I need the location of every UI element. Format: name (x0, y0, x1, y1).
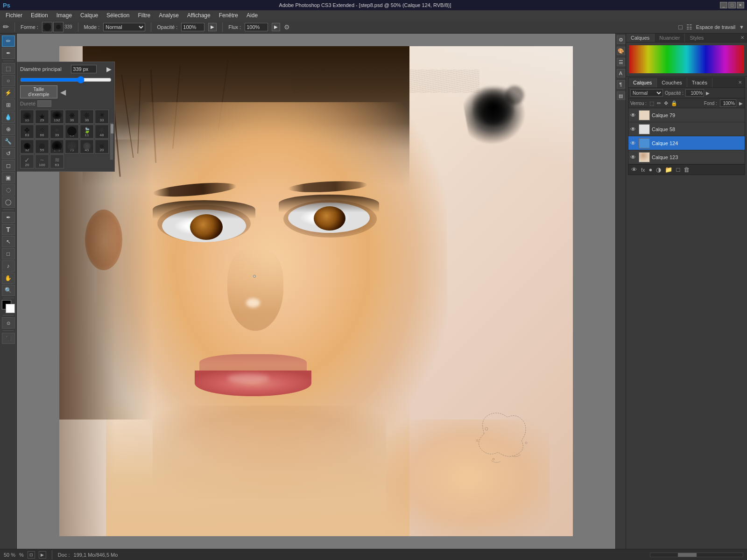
brush-swatch-9[interactable]: 63 (65, 125, 79, 139)
brush-example-button[interactable]: Taille d'exemple (20, 85, 57, 98)
layer-opacite-input[interactable] (685, 89, 704, 97)
menu-filtre[interactable]: Filtre (134, 11, 154, 20)
fit-screen-button[interactable]: ⊡ (28, 551, 35, 559)
crop-tool-button[interactable]: ⊞ (2, 99, 15, 111)
airbrush-icon[interactable]: ⚙ (284, 23, 290, 31)
menu-selection[interactable]: Sélection (103, 11, 133, 20)
zoom-tool-button[interactable]: 🔍 (2, 285, 15, 296)
lasso-tool-button[interactable]: ○ (2, 75, 15, 86)
window-controls[interactable]: _ □ ✕ (720, 2, 744, 8)
layer-58-visibility-icon[interactable]: 👁 (630, 126, 637, 133)
background-color[interactable] (6, 304, 15, 313)
maximize-button[interactable]: □ (728, 2, 736, 8)
brush-swatch-15[interactable]: 75 (65, 140, 79, 154)
magic-wand-button[interactable]: ⚡ (2, 87, 15, 98)
pencil-tool-button[interactable]: ✒ (2, 48, 15, 59)
panel-icon-1[interactable]: ⚙ (617, 35, 625, 44)
layer-blend-mode-select[interactable]: Normal Produit (630, 89, 663, 97)
menu-image[interactable]: Image (53, 11, 76, 20)
brush-swatch-4[interactable]: ❊ 36 (80, 110, 94, 124)
minimize-button[interactable]: _ (720, 2, 727, 8)
tab-couleur[interactable]: Calques (626, 34, 655, 42)
path-select-button[interactable]: ↖ (2, 236, 15, 247)
panel-expand-arrow[interactable]: ◀ (60, 88, 66, 97)
history-brush-button[interactable]: ↺ (2, 148, 15, 159)
horizontal-scrollbar[interactable] (650, 553, 743, 557)
lock-position-icon[interactable]: ✥ (664, 100, 668, 106)
menu-edition[interactable]: Edition (27, 11, 52, 20)
menu-analyse[interactable]: Analyse (155, 11, 183, 20)
brush-shape-2[interactable] (53, 22, 63, 32)
layer-effects-button[interactable]: fx (640, 167, 646, 173)
brush-swatch-12[interactable]: 32 (20, 140, 34, 154)
brush-swatch-17[interactable]: 20 (95, 140, 109, 154)
adjustment-button[interactable]: ◑ (655, 166, 662, 173)
flux-input[interactable] (245, 23, 268, 31)
menu-calque[interactable]: Calque (77, 11, 102, 20)
lock-pixels-icon[interactable]: ✏ (657, 100, 661, 106)
layer-123-visibility-icon[interactable]: 👁 (630, 154, 637, 161)
brush-tool-button[interactable]: ✏ (2, 35, 15, 47)
fond-arrow[interactable]: ▶ (739, 101, 743, 106)
brush-swatch-10[interactable]: 🍃 11 (80, 125, 94, 139)
brush-swatch-5[interactable]: ✳ 33 (95, 110, 109, 124)
opacite-input[interactable] (181, 23, 204, 31)
tab-couches[interactable]: Couches (657, 78, 687, 87)
brush-swatch-1[interactable]: ★ 29 (35, 110, 49, 124)
layer-opacite-arrow[interactable]: ▶ (706, 91, 710, 96)
brush-size-input[interactable] (71, 65, 97, 73)
type-tool-button[interactable]: T (2, 224, 15, 235)
brush-expand-icon[interactable]: ▶ (106, 65, 112, 73)
pen-tool-button[interactable]: ✒ (2, 212, 15, 223)
blur-button[interactable]: ◌ (2, 184, 15, 196)
brush-swatch-13[interactable]: 55 (35, 140, 49, 154)
panel-icon-4[interactable]: A (617, 69, 625, 77)
tab-traces[interactable]: Tracés (687, 78, 712, 87)
dodge-button[interactable]: ◯ (2, 196, 15, 208)
brush-swatch-20[interactable]: ≋ 63 (50, 154, 64, 168)
tab-nuancier[interactable]: Nuancier (655, 34, 685, 42)
flux-arrow-btn[interactable]: ▶ (272, 23, 280, 31)
menu-fichier[interactable]: Fichier (2, 11, 26, 20)
color-selector[interactable] (2, 300, 15, 313)
shape-tool-button[interactable]: □ (2, 248, 15, 259)
quick-mask-button[interactable]: ⊙ (2, 317, 15, 329)
brush-swatch-19[interactable]: ~ 100 (35, 154, 49, 168)
layer-item-124[interactable]: 👁 Calque 124 (628, 136, 745, 150)
brush-swatch-8[interactable]: ⁕ 39 (50, 125, 64, 139)
healing-brush-button[interactable]: ⊕ (2, 124, 15, 135)
opacite-arrow-btn[interactable]: ▶ (208, 23, 217, 31)
menu-affichage[interactable]: Affichage (183, 11, 214, 20)
layer-124-visibility-icon[interactable]: 👁 (630, 140, 637, 147)
brush-swatch-3[interactable]: ❋ 36 (65, 110, 79, 124)
menu-fenetre[interactable]: Fenêtre (215, 11, 242, 20)
brush-swatch-18[interactable]: ✓ 20 (20, 154, 34, 168)
tab-calques[interactable]: Calques (628, 78, 657, 87)
delete-layer-button[interactable]: 🗑 (683, 166, 691, 173)
close-button[interactable]: ✕ (737, 2, 744, 8)
marquee-tool-button[interactable]: ⬚ (2, 63, 15, 74)
panel-icon-3[interactable]: ☰ (617, 58, 625, 66)
screen-mode-button[interactable]: ⬛ (2, 333, 15, 344)
new-layer-button[interactable]: □ (675, 166, 681, 173)
menu-aide[interactable]: Aide (243, 11, 261, 20)
workspace-label[interactable]: Espace de travail (696, 24, 735, 30)
brush-swatch-2[interactable]: 192 (50, 110, 64, 124)
navigator-button[interactable]: ▶ (39, 551, 46, 559)
layers-panel-close[interactable]: ✕ (735, 78, 745, 87)
eraser-button[interactable]: ◻ (2, 160, 15, 171)
layer-item-58[interactable]: 👁 Calque 58 (628, 122, 745, 136)
brush-swatch-11[interactable]: ❃ 48 (95, 125, 109, 139)
brush-size-slider[interactable] (20, 76, 112, 84)
layer-item-123[interactable]: 👁 Calque 123 (628, 150, 745, 164)
brush-scrollbar[interactable] (110, 123, 113, 160)
workspace-arrow-icon[interactable]: ▼ (739, 24, 744, 30)
color-panel-close[interactable]: ✕ (738, 34, 747, 42)
color-spectrum[interactable] (629, 45, 744, 73)
hand-tool-button[interactable]: ✋ (2, 273, 15, 284)
panel-icon-5[interactable]: ¶ (617, 80, 625, 89)
layer-79-visibility-icon[interactable]: 👁 (630, 112, 637, 119)
brush-swatch-14[interactable]: 100 (50, 140, 64, 154)
notes-tool-button[interactable]: ♪ (2, 260, 15, 272)
new-group-button[interactable]: 📁 (664, 166, 673, 173)
